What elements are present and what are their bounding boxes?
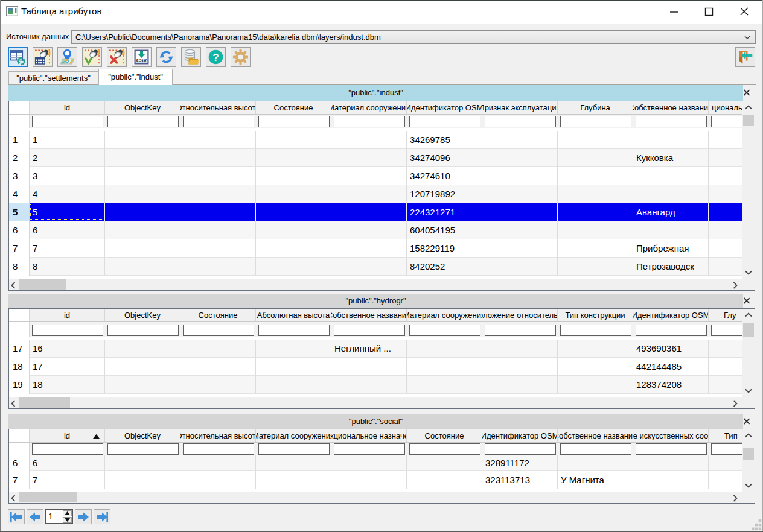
svg-text:?: ? xyxy=(212,52,219,63)
svg-text:CSV: CSV xyxy=(136,57,147,63)
